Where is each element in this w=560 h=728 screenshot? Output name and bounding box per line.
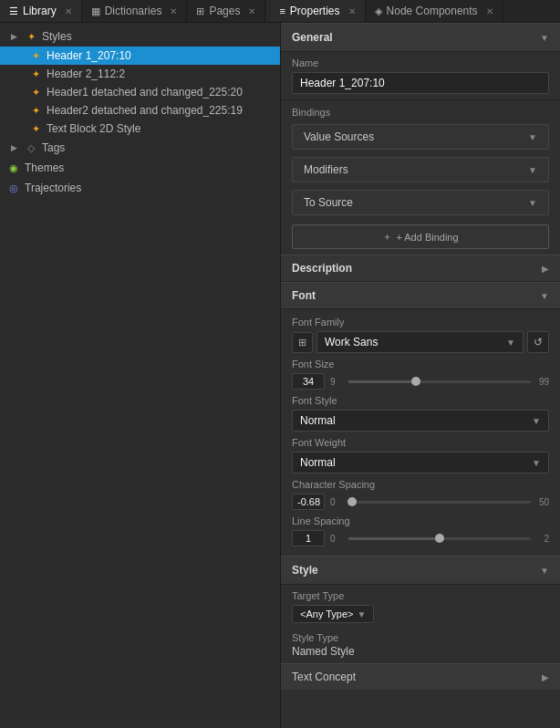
bindings-label-row: Bindings [281,100,560,120]
tree-item-header1-detached-label: Header1 detached and changed_225:20 [47,86,243,99]
char-spacing-row: -0.68 0 50 [292,494,549,510]
tree-item-header2-label: Header 2_112:2 [47,68,125,80]
name-value[interactable]: Header 1_207:10 [292,72,549,94]
value-sources-label: Value Sources [304,130,374,143]
tree-item-header1[interactable]: ✦ Header 1_207:10 [0,47,280,65]
font-weight-chevron-icon: ▼ [532,458,541,468]
font-style-value: Normal [300,414,528,427]
font-style-label: Font Style [292,395,549,406]
to-source-binding[interactable]: To Source ▼ [292,190,549,215]
tree-group-themes-label: Themes [25,161,64,174]
line-spacing-value[interactable]: 1 [292,530,325,546]
name-label: Name [292,57,549,68]
char-spacing-slider[interactable] [348,501,531,504]
description-arrow-icon: ▶ [542,264,549,274]
properties-icon: ≡ [279,5,285,16]
tree-group-themes[interactable]: ◉ Themes [0,158,280,178]
tab-node-components-label: Node Components [387,5,478,17]
font-style-select[interactable]: Normal ▼ [292,410,549,432]
tree-item-header1-detached[interactable]: ✦ Header1 detached and changed_225:20 [0,83,280,101]
font-family-label: Font Family [292,317,549,328]
bindings-label: Bindings [292,107,330,118]
tree-item-header2-detached[interactable]: ✦ Header2 detached and changed_225:19 [0,101,280,120]
text-concept-arrow-icon: ▶ [542,672,549,682]
char-spacing-label: Character Spacing [292,479,549,490]
tags-expand-icon: ▶ [7,143,20,152]
font-weight-label: Font Weight [292,437,549,448]
styles-expand-icon: ▶ [7,32,20,41]
pages-icon: ⊞ [196,5,204,17]
char-spacing-max: 50 [536,497,549,507]
tab-properties-close[interactable]: ✕ [348,6,356,16]
header1-detached-icon: ✦ [29,87,42,99]
tab-pages[interactable]: ⊞ Pages ✕ [187,0,265,22]
text-concept-section[interactable]: Text Concept ▶ [281,663,560,690]
font-size-slider[interactable] [348,380,531,383]
header2-detached-icon: ✦ [29,105,42,117]
tab-node-components[interactable]: ◈ Node Components ✕ [366,0,503,22]
style-section-header[interactable]: Style ▼ [281,556,560,585]
line-spacing-min: 0 [330,534,343,544]
tree-item-textblock[interactable]: ✦ Text Block 2D Style [0,120,280,138]
target-type-chevron-icon: ▼ [358,609,367,619]
font-family-select[interactable]: Work Sans ▼ [316,331,524,353]
line-spacing-slider[interactable] [348,537,531,540]
library-icon: ☰ [9,5,18,17]
add-binding-button[interactable]: ＋ + Add Binding [292,224,549,249]
modifiers-label: Modifiers [304,163,348,176]
tree-group-styles[interactable]: ▶ ✦ Styles [0,26,280,47]
tab-node-components-close[interactable]: ✕ [486,6,493,16]
themes-icon: ◉ [7,162,20,174]
font-chevron-icon: ▼ [540,291,549,301]
target-type-value: <Any Type> [300,608,354,619]
right-panel: General ▼ Name Header 1_207:10 Bindings … [281,23,560,728]
font-label: Font [292,289,316,302]
char-spacing-value[interactable]: -0.68 [292,494,325,510]
header1-icon: ✦ [29,50,42,62]
tree-item-header2-detached-label: Header2 detached and changed_225:19 [47,104,243,117]
font-size-row: 34 9 99 [292,373,549,390]
font-size-value[interactable]: 34 [292,373,325,390]
font-section-header[interactable]: Font ▼ [281,282,560,309]
tab-library-close[interactable]: ✕ [65,6,72,16]
font-picker-icon-button[interactable]: ⊞ [292,332,313,353]
left-panel: ▶ ✦ Styles ✦ Header 1_207:10 ✦ Header 2_… [0,23,281,728]
target-type-select[interactable]: <Any Type> ▼ [292,605,374,623]
node-components-icon: ◈ [375,5,382,17]
style-type-section: Style Type Named Style [281,629,560,663]
tab-pages-label: Pages [209,5,240,17]
font-family-row: ⊞ Work Sans ▼ ↺ [292,331,549,353]
add-binding-plus-icon: ＋ [382,230,392,244]
add-binding-label: + Add Binding [396,232,458,243]
general-section-header[interactable]: General ▼ [281,23,560,52]
font-weight-select[interactable]: Normal ▼ [292,452,549,473]
modifiers-chevron-icon: ▼ [528,165,537,175]
tree-group-trajectories-label: Trajectories [25,182,81,194]
line-spacing-max: 2 [536,534,549,544]
textblock-icon: ✦ [29,123,42,135]
font-weight-value: Normal [300,456,528,469]
style-type-label: Style Type [292,632,549,643]
tree-group-trajectories[interactable]: ◎ Trajectories [0,178,280,198]
tab-dictionaries-close[interactable]: ✕ [170,6,177,16]
value-sources-chevron-icon: ▼ [528,132,537,142]
tags-icon: ◇ [25,142,37,154]
tree-item-header2[interactable]: ✦ Header 2_112:2 [0,65,280,83]
tree-group-tags[interactable]: ▶ ◇ Tags [0,138,280,158]
font-properties: Font Family ⊞ Work Sans ▼ ↺ Font Size 34… [281,309,560,556]
font-family-value: Work Sans [325,336,378,348]
value-sources-binding[interactable]: Value Sources ▼ [292,124,549,150]
tab-pages-close[interactable]: ✕ [248,6,255,16]
tab-properties[interactable]: ≡ Properties ✕ [270,0,365,22]
style-type-value: Named Style [292,645,549,658]
header2-icon: ✦ [29,68,42,80]
font-size-min: 9 [330,377,343,387]
tab-library[interactable]: ☰ Library ✕ [0,0,82,22]
description-section[interactable]: Description ▶ [281,255,560,282]
tab-dictionaries[interactable]: ▦ Dictionaries ✕ [82,0,188,22]
general-label: General [292,31,333,44]
tab-properties-label: Properties [290,5,340,17]
modifiers-binding[interactable]: Modifiers ▼ [292,157,549,182]
tree-item-header1-label: Header 1_207:10 [47,49,131,62]
font-family-reset-button[interactable]: ↺ [527,331,549,353]
